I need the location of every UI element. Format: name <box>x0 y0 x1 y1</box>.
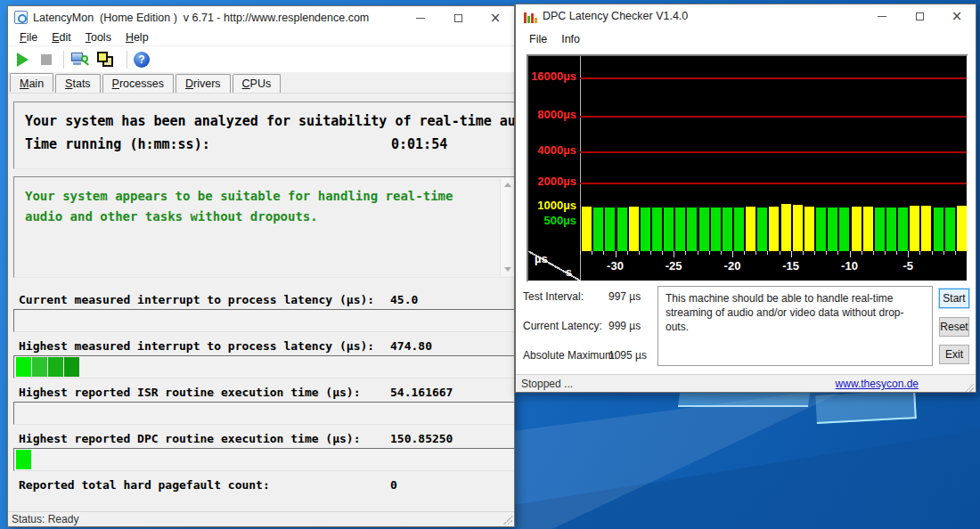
dpc-latency-checker-window: DPC Latency Checker V1.4.0 × FileInfo µs… <box>515 4 976 393</box>
pagefault-value: 0 <box>390 478 397 492</box>
toolbar-separator <box>127 51 127 69</box>
y-axis-label: 500µs <box>528 214 576 227</box>
chart-plot-area: µs s 16000µs8000µs4000µs2000µs1000µs500µ… <box>528 56 967 281</box>
verdict-box: Your system appears to be suitable for h… <box>13 176 515 278</box>
dpc-titlebar[interactable]: DPC Latency Checker V1.4.0 × <box>516 4 976 29</box>
latencymon-status-text: Status: Ready <box>12 513 78 525</box>
progress-cell <box>48 357 63 377</box>
x-tick <box>685 251 686 255</box>
dpc-status-text: Stopped ... <box>521 378 573 390</box>
toolbar-separator <box>63 51 64 69</box>
minimize-icon[interactable] <box>402 6 439 29</box>
verdict-text: Your system appears to be suitable for h… <box>25 186 488 227</box>
tab-cpus[interactable]: CPUs <box>233 74 282 93</box>
x-tick <box>755 251 756 255</box>
latency-bar <box>723 208 732 251</box>
gridline-16000us <box>580 77 967 79</box>
y-axis-label: 1000µs <box>528 199 576 212</box>
maximize-icon[interactable] <box>901 4 938 28</box>
dpc-info-label: Absolute Maximum: <box>523 349 617 362</box>
verdict-scrollbar[interactable] <box>500 178 514 276</box>
analyze-system-icon[interactable] <box>70 52 88 68</box>
latency-bar <box>769 207 779 251</box>
latency-bar <box>641 208 650 251</box>
tab-drivers[interactable]: Drivers <box>176 74 231 93</box>
y-axis-label: 8000µs <box>528 108 576 121</box>
start-monitor-icon[interactable] <box>17 53 29 67</box>
latency-bar <box>957 206 967 251</box>
dpc-info-value: 999 µs <box>608 320 641 332</box>
latency-bar <box>664 208 674 251</box>
maximize-icon[interactable] <box>439 6 477 29</box>
resize-grip[interactable] <box>965 383 974 392</box>
windows-cascade-icon[interactable] <box>97 52 115 68</box>
tab-stats[interactable]: Stats <box>55 74 101 93</box>
minimize-icon[interactable] <box>863 4 901 28</box>
menu-info[interactable]: Info <box>555 31 586 47</box>
reset-button[interactable]: Reset <box>939 317 969 337</box>
exit-button[interactable]: Exit <box>939 345 969 364</box>
menu-edit[interactable]: Edit <box>45 29 78 45</box>
menu-tools[interactable]: Tools <box>79 29 118 45</box>
latency-bar <box>757 208 767 251</box>
latencymon-app-icon <box>14 11 28 24</box>
start-button[interactable]: Start <box>939 289 969 308</box>
close-icon[interactable]: × <box>477 6 514 29</box>
menu-file[interactable]: File <box>523 31 553 47</box>
dpc-app-icon <box>524 11 537 23</box>
x-tick-label: -5 <box>894 259 921 273</box>
metric-value: 54.161667 <box>390 386 453 399</box>
x-tick <box>885 251 886 255</box>
latencymon-titlebar[interactable]: LatencyMon (Home Edition ) v 6.71 - http… <box>8 6 514 29</box>
x-tick <box>580 251 581 255</box>
latency-bar <box>898 208 908 251</box>
dpc-info-value: 997 µs <box>608 290 641 303</box>
latency-bar <box>652 208 662 251</box>
pagefault-label: Reported total hard pagefault count: <box>19 478 270 492</box>
latency-bar <box>828 208 837 251</box>
x-tick-label: -15 <box>778 259 804 273</box>
x-tick-label: -30 <box>602 259 629 273</box>
y-axis-label: 4000µs <box>528 143 576 157</box>
x-tick <box>709 251 710 255</box>
latencymon-toolbar: ? <box>8 46 514 72</box>
metric-label: Current measured interrupt to process la… <box>19 293 374 306</box>
latencymon-statusbar: Status: Ready <box>8 511 514 526</box>
dpc-result-message: This machine should be able to handle re… <box>657 286 933 366</box>
menu-file[interactable]: File <box>13 29 44 45</box>
dpc-statusbar: Stopped ... www.thesycon.de <box>516 374 976 393</box>
x-tick <box>603 251 604 255</box>
x-tick-label: -20 <box>719 259 746 273</box>
menu-help[interactable]: Help <box>119 29 155 45</box>
analysis-headline: Your system has been analyzed for suitab… <box>25 113 515 129</box>
tab-main[interactable]: Main <box>10 73 53 92</box>
x-tick <box>767 251 768 255</box>
x-axis-unit-label: s <box>566 265 572 279</box>
latency-bar <box>582 207 592 251</box>
stop-monitor-icon[interactable] <box>41 54 52 65</box>
x-tick-label: -25 <box>660 259 687 273</box>
latency-bar <box>746 207 755 251</box>
latency-bar <box>839 208 849 251</box>
metric-value: 474.80 <box>390 339 432 353</box>
x-tick <box>616 251 617 257</box>
help-icon[interactable]: ? <box>134 52 150 68</box>
time-running-label: Time running (h:mm:ss): <box>25 136 210 152</box>
x-tick <box>896 251 897 255</box>
latencymon-tabbar: MainStatsProcessesDriversCPUs <box>10 74 514 93</box>
resize-grip[interactable] <box>503 516 512 525</box>
close-icon[interactable]: × <box>938 4 976 28</box>
latency-bar <box>781 204 791 251</box>
scroll-up-icon[interactable] <box>504 183 511 187</box>
thesycon-link[interactable]: www.thesycon.de <box>836 378 919 390</box>
metric-value: 150.85250 <box>390 432 453 445</box>
scroll-down-icon[interactable] <box>504 267 511 272</box>
metric-progress-bar <box>13 309 515 332</box>
y-axis-label: 16000µs <box>528 69 576 83</box>
latency-bar <box>934 208 943 251</box>
latency-bar <box>593 208 603 251</box>
x-tick <box>919 251 920 255</box>
x-tick <box>850 251 851 257</box>
tab-processes[interactable]: Processes <box>102 74 174 93</box>
progress-cell <box>32 357 47 377</box>
